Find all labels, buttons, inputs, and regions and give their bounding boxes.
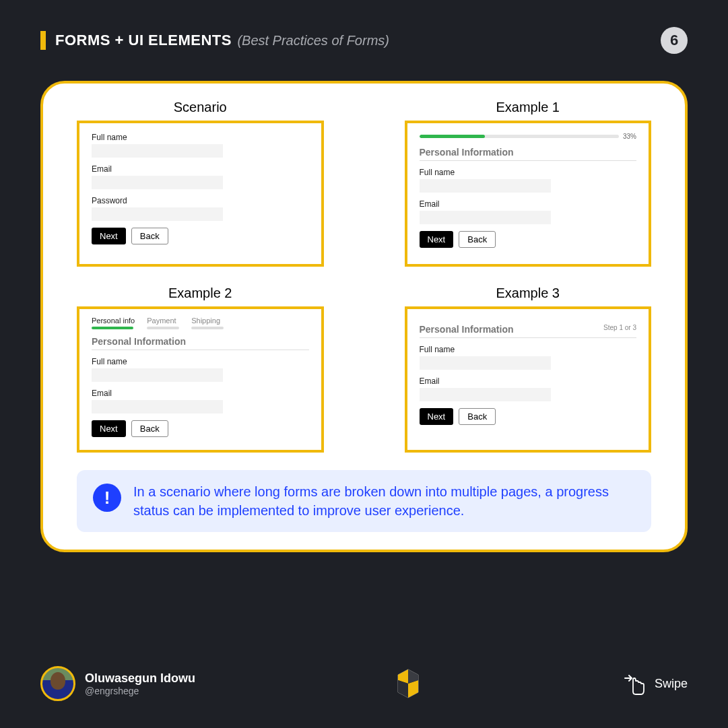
tab-underline-active <box>92 327 133 329</box>
example3-title: Example 3 <box>405 286 652 301</box>
label-email: Email <box>92 389 309 398</box>
back-button[interactable]: Back <box>459 408 496 425</box>
field-email: Email <box>420 199 637 224</box>
label-fullname: Full name <box>420 168 637 177</box>
field-email: Email <box>92 389 309 413</box>
scenario-cell: Scenario Full name Email Password Next B… <box>77 100 324 267</box>
input-email[interactable] <box>92 176 223 189</box>
input-email[interactable] <box>420 388 551 401</box>
button-row: Next Back <box>420 408 637 425</box>
example3-form: Personal Information Step 1 or 3 Full na… <box>405 306 652 453</box>
input-fullname[interactable] <box>420 356 551 370</box>
label-password: Password <box>92 196 309 205</box>
button-row: Next Back <box>420 231 637 248</box>
progress-percent: 33% <box>623 133 636 140</box>
field-fullname: Full name <box>92 133 309 158</box>
title-main: FORMS + UI ELEMENTS <box>55 32 232 48</box>
author-name: Oluwasegun Idowu <box>85 671 195 686</box>
scenario-title: Scenario <box>77 100 324 115</box>
example3-cell: Example 3 Personal Information Step 1 or… <box>405 286 652 453</box>
tab-shipping[interactable]: Shipping <box>191 316 224 329</box>
input-email[interactable] <box>420 211 551 224</box>
content-card: Scenario Full name Email Password Next B… <box>40 81 688 552</box>
tab-personal[interactable]: Personal info <box>92 316 135 329</box>
input-email[interactable] <box>92 400 223 413</box>
field-fullname: Full name <box>420 345 637 370</box>
next-button[interactable]: Next <box>420 231 454 248</box>
page-title: FORMS + UI ELEMENTS (Best Practices of F… <box>55 32 389 49</box>
example2-form: Personal info Payment Shipping Personal … <box>77 306 324 453</box>
section-heading: Personal Information Step 1 or 3 <box>420 324 637 338</box>
tab-payment[interactable]: Payment <box>147 316 179 329</box>
field-email: Email <box>420 376 637 401</box>
back-button[interactable]: Back <box>131 420 168 437</box>
label-fullname: Full name <box>92 133 309 142</box>
tabs: Personal info Payment Shipping <box>92 316 309 329</box>
label-email: Email <box>92 164 309 174</box>
field-password: Password <box>92 196 309 221</box>
header: FORMS + UI ELEMENTS (Best Practices of F… <box>0 0 728 67</box>
field-fullname: Full name <box>420 168 637 193</box>
progress-bar-wrap: 33% <box>420 133 637 140</box>
swipe-icon <box>621 670 648 697</box>
header-left: FORMS + UI ELEMENTS (Best Practices of F… <box>40 31 389 50</box>
back-button[interactable]: Back <box>459 231 496 248</box>
section-heading: Personal Information <box>420 147 637 161</box>
step-indicator: Step 1 or 3 <box>603 324 636 331</box>
tab-label: Shipping <box>191 317 220 325</box>
swipe-label: Swipe <box>655 677 688 691</box>
input-fullname[interactable] <box>92 144 223 158</box>
tab-label: Personal info <box>92 317 135 325</box>
author-text: Oluwasegun Idowu @engrshege <box>85 671 195 696</box>
tab-underline <box>147 327 179 329</box>
author-block: Oluwasegun Idowu @engrshege <box>40 666 195 701</box>
button-row: Next Back <box>92 228 309 244</box>
input-fullname[interactable] <box>92 368 223 382</box>
next-button[interactable]: Next <box>92 228 126 244</box>
label-email: Email <box>420 376 637 386</box>
field-email: Email <box>92 164 309 189</box>
info-callout: ! In a scenario where long forms are bro… <box>77 470 651 532</box>
field-fullname: Full name <box>92 357 309 382</box>
accent-bar <box>40 31 46 50</box>
info-icon: ! <box>93 484 121 512</box>
info-text: In a scenario where long forms are broke… <box>133 482 635 520</box>
label-email: Email <box>420 199 637 209</box>
input-password[interactable] <box>92 207 223 221</box>
progress-fill <box>420 135 486 138</box>
author-handle: @engrshege <box>85 686 195 696</box>
example2-cell: Example 2 Personal info Payment Shipping <box>77 286 324 453</box>
brand-logo-icon <box>391 667 425 700</box>
avatar <box>40 666 75 701</box>
swipe-cta[interactable]: Swipe <box>621 670 688 697</box>
label-fullname: Full name <box>92 357 309 366</box>
scenario-form: Full name Email Password Next Back <box>77 121 324 267</box>
next-button[interactable]: Next <box>92 420 126 437</box>
example2-title: Example 2 <box>77 286 324 301</box>
example1-form: 33% Personal Information Full name Email… <box>405 121 652 267</box>
input-fullname[interactable] <box>420 179 551 193</box>
section-heading: Personal Information <box>92 336 309 350</box>
page-number-badge: 6 <box>661 27 688 54</box>
progress-bar <box>420 135 619 138</box>
tab-label: Payment <box>147 317 176 325</box>
example1-title: Example 1 <box>405 100 652 115</box>
next-button[interactable]: Next <box>420 408 454 425</box>
button-row: Next Back <box>92 420 309 437</box>
examples-grid: Scenario Full name Email Password Next B… <box>77 100 651 453</box>
title-subtitle: (Best Practices of Forms) <box>237 33 389 48</box>
tab-underline <box>191 327 224 329</box>
section-text: Personal Information <box>420 324 514 335</box>
back-button[interactable]: Back <box>131 228 168 244</box>
footer: Oluwasegun Idowu @engrshege Swipe <box>40 666 688 701</box>
example1-cell: Example 1 33% Personal Information Full … <box>405 100 652 267</box>
label-fullname: Full name <box>420 345 637 354</box>
